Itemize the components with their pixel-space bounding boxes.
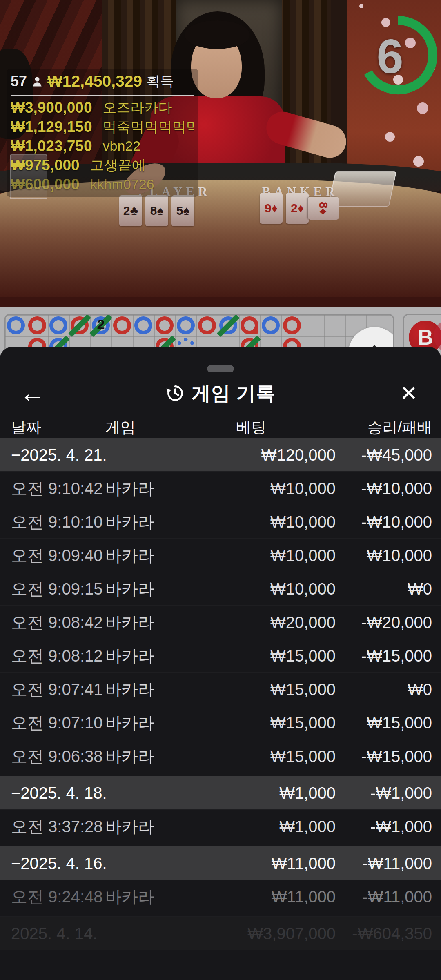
dealer-hair-front [185,20,250,49]
row-bet-amount: ₩11,000 [272,854,336,872]
row-bet-amount: ₩15,000 [270,747,336,765]
winners-divider [11,95,194,96]
result-ring [28,316,46,334]
history-group-row[interactable]: −2025. 4. 18.₩1,000-₩1,000 [0,776,441,809]
sheet-drag-handle[interactable] [207,365,234,372]
winners-list: ₩3,900,000오즈라카다₩1,129,150먹죽먹먹먹먹먹먹먹...₩1,… [11,98,194,194]
row-bet-amount: ₩1,000 [279,817,336,835]
winners-count: 57 [11,73,27,90]
close-button[interactable]: ✕ [394,379,423,408]
history-row: 오전 9:06:38바카라₩15,000-₩15,000 [0,739,441,773]
winner-amount: ₩600,000 [11,176,80,193]
road-cell-banker [154,315,175,336]
row-bet-amount: ₩1,000 [279,784,336,802]
blossom-decoration [359,4,363,8]
road-cell-empty [303,315,324,336]
row-win-loss: -₩1,000 [370,784,432,802]
row-win-loss: ₩0 [408,680,432,698]
winners-overlay: 57 ₩12,450,329 획득 ₩3,900,000오즈라카다₩1,129,… [7,69,198,197]
road-cell-banker [239,315,260,336]
row-time: 오전 9:07:10 [11,711,103,734]
video-bottom-bar [0,297,441,307]
sheet-title: 게임 기록 [192,381,276,406]
app-root: PLAYER BANKER 2♣8♠5♠ 9♦2♦8♦ 57 ₩12,450,3… [0,0,441,980]
road-cell-player [5,315,27,336]
history-row: 오전 9:07:10바카라₩15,000₩15,000 [0,706,441,739]
winner-amount: ₩3,900,000 [11,99,92,116]
winner-name: 먹죽먹먹먹먹먹먹먹... [103,118,194,136]
road-cell-empty [324,315,345,336]
row-game-name: 바카라 [105,644,154,667]
row-bet-amount: ₩20,000 [270,613,336,631]
row-bet-amount: ₩10,000 [270,579,336,598]
winner-row: ₩975,000고생끝에 [11,156,194,175]
group-date: 2025. 4. 14. [11,924,97,942]
row-bet-amount: ₩120,000 [261,445,336,464]
row-bet-amount: ₩10,000 [270,479,336,497]
winner-name: 오즈라카다 [103,98,172,117]
group-date: −2025. 4. 16. [11,854,107,872]
row-game-name: 바카라 [105,477,154,499]
history-table: −2025. 4. 21.₩120,000-₩45,000오전 9:10:42바… [0,438,441,950]
row-win-loss: -₩604,350 [352,924,432,942]
history-clock-icon [165,383,185,403]
history-group-row[interactable]: −2025. 4. 16.₩11,000-₩11,000 [0,846,441,880]
row-game-name: 바카라 [105,711,154,734]
road-cell-banker [196,315,218,336]
row-win-loss: -₩20,000 [361,613,432,631]
tie-count: 2 [90,316,111,332]
history-row: 오전 3:37:28바카라₩1,000-₩1,000 [0,809,441,843]
row-game-name: 바카라 [105,510,154,533]
winners-total-suffix: 획득 [146,72,174,91]
row-bet-amount: ₩10,000 [270,512,336,531]
row-bet-amount: ₩15,000 [270,713,336,732]
row-time: 오전 9:09:15 [11,577,103,600]
row-game-name: 바카라 [105,611,154,633]
row-game-name: 바카라 [105,577,154,600]
big-road-row-1: 2 [5,315,388,336]
history-row: 오전 9:24:48바카라₩11,000-₩11,000 [0,880,441,913]
row-time: 오전 9:08:12 [11,644,103,667]
group-date: −2025. 4. 18. [11,784,107,802]
result-ring [156,316,174,334]
result-ring [49,316,67,334]
winner-amount: ₩1,023,750 [11,138,92,155]
history-row: 오전 9:09:15바카라₩10,000₩0 [0,572,441,605]
result-ring [134,316,152,334]
row-win-loss: -₩15,000 [361,747,432,765]
row-win-loss: -₩15,000 [361,646,432,665]
row-win-loss: -₩11,000 [363,854,432,872]
row-time: 오전 3:37:28 [11,815,103,837]
row-win-loss: -₩1,000 [370,817,432,835]
row-time: 오전 9:09:40 [11,544,103,566]
row-time: 오전 9:06:38 [11,745,103,767]
winners-total-amount: ₩12,450,329 [47,72,142,90]
table-column-headers: 날짜 게임 베팅 승리/패배 [0,417,441,439]
winner-row: ₩3,900,000오즈라카다 [11,98,194,117]
history-row: 오전 9:09:40바카라₩10,000₩10,000 [0,538,441,572]
group-date: −2025. 4. 21. [11,445,107,464]
row-bet-amount: ₩10,000 [270,546,336,564]
road-cell-player [175,315,196,336]
history-row: 오전 9:10:10바카라₩10,000-₩10,000 [0,505,441,538]
close-icon: ✕ [400,383,418,404]
row-win-loss: -₩10,000 [361,512,432,531]
winner-row: ₩1,023,750vbn22 [11,136,194,156]
road-cell-banker [281,315,303,336]
road-cell-banker [111,315,133,336]
row-game-name: 바카라 [105,745,154,767]
round-timer: 6 [351,8,441,102]
row-win-loss: -₩11,000 [363,887,432,906]
history-row: 오전 9:10:42바카라₩10,000-₩10,000 [0,471,441,505]
back-button[interactable]: ← [18,379,47,408]
sheet-title-wrap: 게임 기록 [165,381,276,406]
road-cell-player: 2 [90,315,111,336]
back-arrow-icon: ← [20,381,45,406]
row-game-name: 바카라 [105,678,154,700]
winners-header: 57 ₩12,450,329 획득 [11,72,194,91]
history-group-row[interactable]: 2025. 4. 14.₩3,907,000-₩604,350 [0,916,441,950]
row-time: 오전 9:08:42 [11,611,103,633]
result-ring [262,316,280,334]
history-group-row[interactable]: −2025. 4. 21.₩120,000-₩45,000 [0,438,441,471]
winner-name: kkhm0726 [90,176,154,192]
